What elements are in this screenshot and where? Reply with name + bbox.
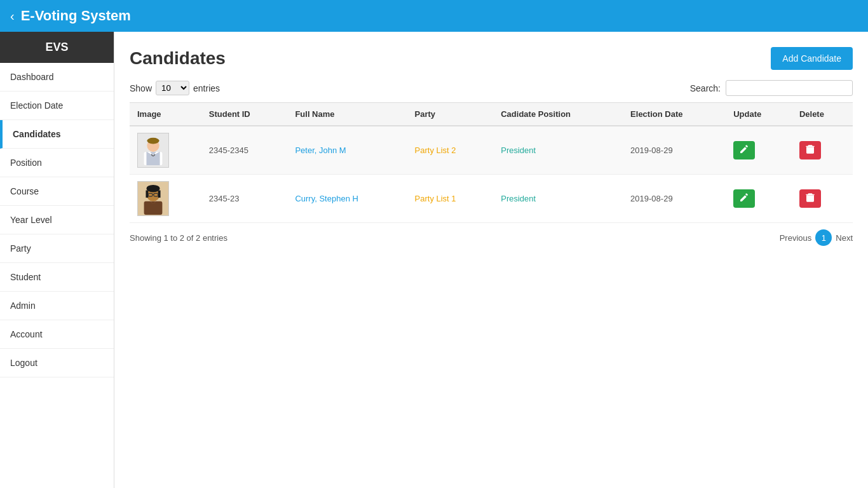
candidate-image-cell [130,126,201,175]
sidebar-brand: EVS [0,32,114,63]
next-button[interactable]: Next [836,233,853,243]
app-title: E-Voting System [21,8,131,24]
search-label: Search: [690,83,721,93]
page-header: Candidates Add Candidate [130,47,853,70]
party-1: Party List 2 [407,126,494,175]
sidebar-item-account[interactable]: Account [0,320,114,349]
main-content: Candidates Add Candidate Show 10 25 50 1… [114,32,868,488]
showing-text: Showing 1 to 2 of 2 entries [130,233,227,243]
delete-button-1[interactable] [799,141,821,159]
col-position: Cadidate Position [493,103,623,126]
page-number-1[interactable]: 1 [815,229,832,246]
sidebar-item-student[interactable]: Student [0,263,114,292]
page-title: Candidates [130,48,226,69]
update-button-1[interactable] [733,141,755,159]
party-2: Party List 1 [407,175,494,223]
position-1: President [493,126,623,175]
sidebar-item-year-level[interactable]: Year Level [0,206,114,234]
col-full-name: Full Name [287,103,407,126]
show-entries: Show 10 25 50 100 entries [130,81,220,95]
election-date-2: 2019-08-29 [623,175,726,223]
candidate-image [137,181,169,216]
delete-cell-1 [792,126,853,175]
sidebar-item-party[interactable]: Party [0,234,114,263]
entries-label: entries [193,83,220,93]
svg-rect-12 [158,191,161,198]
svg-rect-11 [146,191,148,198]
svg-point-10 [146,185,159,193]
col-party: Party [407,103,494,126]
student-id-1: 2345-2345 [201,126,288,175]
svg-point-4 [147,138,159,144]
col-delete: Delete [792,103,853,126]
delete-cell-2 [792,175,853,223]
table-row: 2345-23 Curry, Stephen H Party List 1 Pr… [130,175,853,223]
table-controls: Show 10 25 50 100 entries Search: [130,80,853,96]
delete-button-2[interactable] [799,189,821,208]
previous-button[interactable]: Previous [780,233,812,243]
search-input[interactable] [726,80,853,96]
col-update: Update [726,103,792,126]
sidebar-item-election-date[interactable]: Election Date [0,92,114,120]
table-row: 2345-2345 Peter, John M Party List 2 Pre… [130,126,853,175]
add-candidate-button[interactable]: Add Candidate [771,47,853,70]
sidebar-item-candidates[interactable]: Candidates [0,120,114,149]
table-header-row: Image Student ID Full Name Party Cadidat… [130,103,853,126]
col-election-date: Election Date [623,103,726,126]
update-cell-2 [726,175,792,223]
svg-rect-8 [144,201,163,215]
sidebar-item-logout[interactable]: Logout [0,349,114,377]
search-box: Search: [690,80,853,96]
back-arrow-icon[interactable]: ‹ [10,9,15,24]
update-cell-1 [726,126,792,175]
position-2: President [493,175,623,223]
col-student-id: Student ID [201,103,288,126]
show-label: Show [130,83,152,93]
update-button-2[interactable] [733,189,755,208]
sidebar-item-admin[interactable]: Admin [0,292,114,320]
entries-select[interactable]: 10 25 50 100 [156,81,189,95]
col-image: Image [130,103,201,126]
table-footer: Showing 1 to 2 of 2 entries Previous 1 N… [130,229,853,246]
full-name-1: Peter, John M [287,126,407,175]
candidate-image [137,133,169,168]
candidates-table: Image Student ID Full Name Party Cadidat… [130,102,853,223]
top-header: ‹ E-Voting System [0,0,868,32]
sidebar-item-dashboard[interactable]: Dashboard [0,63,114,92]
full-name-2: Curry, Stephen H [287,175,407,223]
sidebar: EVS Dashboard Election Date Candidates P… [0,32,114,488]
student-id-2: 2345-23 [201,175,288,223]
sidebar-item-position[interactable]: Position [0,149,114,177]
svg-rect-2 [146,152,159,165]
sidebar-item-course[interactable]: Course [0,177,114,206]
pagination: Previous 1 Next [780,229,853,246]
election-date-1: 2019-08-29 [623,126,726,175]
candidate-image-cell [130,175,201,223]
